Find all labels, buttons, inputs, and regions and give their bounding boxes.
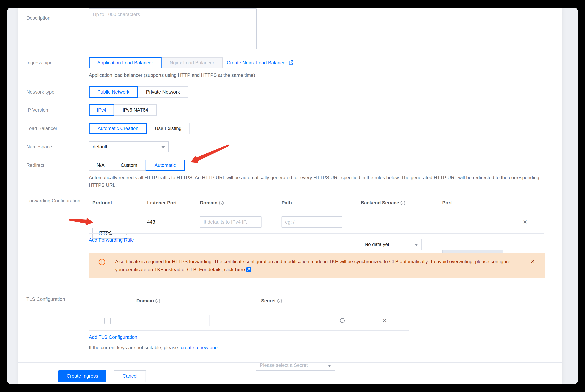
load-balancer-option-existing[interactable]: Use Existing [147, 123, 189, 134]
add-tls-config-row: Add TLS Configuration [89, 332, 137, 343]
add-tls-config-link[interactable]: Add TLS Configuration [89, 334, 137, 340]
ingress-type-segmented: Application Load Balancer Nginx Load Bal… [89, 57, 223, 68]
tls-secret-select-value: Please select a Secret [260, 362, 308, 368]
ingress-type-label: Ingress type [26, 57, 52, 68]
namespace-select[interactable]: default [89, 141, 169, 152]
listener-port-value: 443 [147, 216, 155, 228]
create-new-key-link[interactable]: create a new one [181, 345, 217, 350]
external-link-icon [246, 267, 251, 272]
browser-viewport: Description Ingress type Application Loa… [7, 8, 578, 384]
add-forwarding-rule-row: Add Forwarding Rule [89, 234, 134, 246]
create-nginx-lb-link[interactable]: Create Nginx Load Balancer [227, 60, 287, 66]
info-icon[interactable] [400, 200, 406, 206]
create-nginx-lb-link-row: Create Nginx Load Balancer [227, 57, 294, 68]
redirect-segmented: N/A Custom Automatic [89, 160, 185, 171]
warning-icon [98, 258, 105, 266]
forwarding-header-path: Path [281, 197, 292, 208]
ip-version-option-ipv4[interactable]: IPv4 [89, 104, 114, 116]
redirect-description-line1: Automatically redirects all HTTP traffic… [89, 174, 549, 182]
network-type-label: Network type [26, 86, 54, 98]
tls-domain-input[interactable] [131, 315, 210, 326]
certificate-details-link[interactable]: here [235, 266, 245, 272]
backend-service-select-value: No data yet [365, 242, 389, 247]
description-label: Description [26, 12, 50, 24]
redirect-option-custom[interactable]: Custom [112, 160, 146, 171]
forwarding-header-divider [89, 211, 544, 211]
external-link-icon [288, 60, 294, 65]
path-input[interactable] [281, 216, 342, 228]
ingress-type-hint: Application load balancer (supports usin… [89, 72, 255, 78]
redirect-option-automatic[interactable]: Automatic [145, 160, 185, 171]
tls-row-divider [89, 330, 409, 331]
dismiss-warning-icon[interactable]: ✕ [531, 258, 535, 264]
network-type-segmented: Public Network Private Network [89, 86, 188, 98]
footer-divider [18, 362, 562, 363]
info-icon[interactable] [277, 298, 282, 304]
ingress-type-option-alb[interactable]: Application Load Balancer [89, 57, 161, 68]
chevron-down-icon [328, 365, 331, 367]
certificate-warning-line2: your certificate on TKE instead of CLB. … [115, 266, 511, 274]
forwarding-header-backend-service: Backend Service [361, 197, 406, 208]
ip-version-segmented: IPv4 IPv6 NAT64 [89, 104, 157, 116]
tls-note: If the current keys are not suitable, pl… [89, 342, 219, 353]
certificate-warning-line1: A certificate is required for HTTPS forw… [115, 258, 511, 266]
screenshot-stage: Description Ingress type Application Loa… [0, 0, 585, 392]
tls-config-label: TLS Configuration [26, 294, 65, 305]
ip-version-option-ipv6[interactable]: IPv6 NAT64 [114, 104, 157, 116]
chevron-down-icon [415, 244, 418, 246]
add-forwarding-rule-link[interactable]: Add Forwarding Rule [89, 237, 134, 243]
redirect-description-line2: HTTPS URL. [89, 182, 549, 189]
tls-secret-select[interactable]: Please select a Secret [256, 360, 335, 371]
redirect-label: Redirect [26, 160, 44, 171]
delete-forwarding-rule-icon[interactable]: ✕ [522, 216, 529, 228]
domain-input[interactable] [200, 216, 261, 228]
load-balancer-segmented: Automatic Creation Use Existing [89, 123, 189, 134]
info-icon[interactable] [155, 298, 160, 304]
tls-row-checkbox[interactable] [104, 318, 111, 324]
info-icon[interactable] [219, 200, 224, 206]
tls-header-domain: Domain [136, 295, 160, 306]
tls-header-divider [89, 309, 409, 309]
forwarding-config-label: Forwarding Configuration [26, 195, 80, 206]
refresh-icon[interactable] [339, 317, 346, 324]
certificate-warning-banner: A certificate is required for HTTPS forw… [89, 253, 545, 278]
forwarding-header-domain: Domain [200, 197, 224, 208]
backend-service-select[interactable]: No data yet [361, 239, 422, 250]
load-balancer-label: Load Balancer [26, 123, 57, 134]
network-type-option-private[interactable]: Private Network [137, 86, 188, 98]
ip-version-label: IP Version [26, 104, 48, 116]
redirect-description: Automatically redirects all HTTP traffic… [89, 174, 549, 189]
description-textarea[interactable] [89, 8, 257, 49]
redirect-option-na[interactable]: N/A [89, 160, 112, 171]
ingress-type-option-nginx[interactable]: Nginx Load Balancer [161, 57, 223, 68]
namespace-label: Namespace [26, 141, 52, 152]
namespace-select-value: default [93, 144, 107, 150]
cancel-button[interactable]: Cancel [114, 370, 146, 382]
create-ingress-button[interactable]: Create Ingress [58, 370, 106, 382]
certificate-warning-text: A certificate is required for HTTPS forw… [115, 258, 511, 274]
chevron-down-icon [161, 146, 165, 148]
network-type-option-public[interactable]: Public Network [89, 86, 138, 98]
delete-tls-row-icon[interactable]: ✕ [381, 315, 388, 326]
forwarding-header-listener-port: Listener Port [147, 197, 177, 208]
forwarding-header-protocol: Protocol [92, 197, 112, 208]
forwarding-header-port: Port [442, 197, 452, 208]
load-balancer-option-auto[interactable]: Automatic Creation [89, 123, 147, 134]
forwarding-row-divider [89, 233, 544, 234]
tls-header-secret: Secret [261, 295, 282, 306]
